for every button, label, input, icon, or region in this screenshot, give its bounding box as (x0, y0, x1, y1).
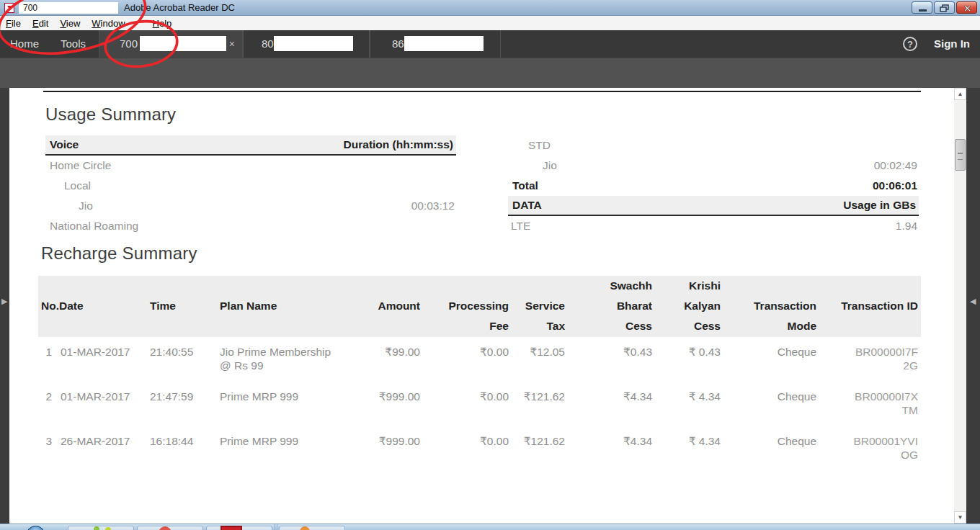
sign-in-button[interactable]: Sign In (934, 30, 970, 58)
left-pane-strip: ▶ (0, 88, 9, 524)
col-no: No. (38, 276, 58, 337)
redacted-doc-title: 700 (19, 2, 118, 14)
acrobat-app-icon (4, 3, 14, 13)
taskbar-app-icon (105, 527, 111, 530)
pdf-page: Usage Summary Voice Duration (hh:mm:ss) … (9, 88, 954, 524)
voice-usage-table: Voice Duration (hh:mm:ss) Home Circle Lo… (45, 135, 456, 236)
redacted-phone-number (404, 36, 484, 51)
data-table-header: DATA Usage in GBs (508, 196, 919, 216)
tab3-number-prefix: 86 (392, 30, 404, 58)
scrollbar-thumb[interactable] (955, 139, 966, 171)
col-amount: Amount (331, 276, 420, 337)
title-bar: 700 Adobe Acrobat Reader DC (0, 0, 980, 16)
right-pane-toggle-icon[interactable]: ◀ (970, 297, 976, 306)
table-row: 2 01-MAR-2017 21:47:59 Prime MRP 999 ₹99… (38, 382, 921, 426)
left-pane-toggle-icon[interactable]: ▶ (1, 297, 7, 306)
col-service-tax: Service Tax (509, 276, 565, 337)
taskbar-app-icon (94, 526, 99, 530)
tab2-number-prefix: 80 (262, 30, 274, 58)
voice-header-label: Voice (50, 138, 79, 151)
menu-file[interactable]: File (0, 17, 27, 30)
usage-gb-header-label: Usage in GBs (843, 199, 916, 212)
table-row: 1 01-MAR-2017 21:40:55 Jio Prime Members… (38, 337, 921, 382)
data-header-label: DATA (512, 199, 542, 212)
start-button[interactable] (26, 526, 45, 530)
duration-header-label: Duration (hh:mm:ss) (344, 138, 453, 151)
redacted-phone-number (274, 36, 353, 51)
toolbar: 1 / 4 145% ▼ (0, 58, 980, 88)
voice-table-header: Voice Duration (hh:mm:ss) (45, 135, 456, 156)
taskbar-button[interactable] (279, 526, 345, 530)
doc-number-prefix: 700 (23, 3, 37, 13)
tab-bar: Home Tools 700 × 80 86 ? Sign In (0, 30, 980, 58)
table-row: National Roaming (45, 216, 456, 236)
document-tab-2[interactable]: 80 (243, 30, 370, 58)
scroll-up-icon[interactable]: ▲ (954, 88, 966, 100)
taskbar-button[interactable] (68, 526, 134, 530)
page-top-rule (43, 91, 921, 92)
menu-view[interactable]: View (54, 17, 86, 30)
close-button[interactable] (956, 1, 977, 14)
minimize-button[interactable] (912, 1, 932, 14)
recharge-summary-title: Recharge Summary (41, 243, 197, 264)
menu-bar: File Edit View Window Help (0, 16, 980, 30)
col-date: Date (58, 276, 148, 337)
table-row: Jio 00:02:49 (508, 156, 919, 176)
table-row: STD (508, 135, 919, 156)
recharge-table-body: 1 01-MAR-2017 21:40:55 Jio Prime Members… (38, 337, 921, 471)
table-row: Jio 00:03:12 (45, 196, 456, 216)
table-row-total: Total 00:06:01 (508, 176, 919, 196)
acrobat-window: 700 Adobe Acrobat Reader DC File Edit Vi… (0, 0, 980, 530)
table-row: 3 26-MAR-2017 16:18:44 Prime MRP 999 ₹99… (38, 426, 921, 471)
menu-window[interactable]: Window (86, 17, 130, 30)
col-time: Time (148, 276, 216, 337)
tab1-close-icon[interactable]: × (229, 30, 235, 58)
tab-tools[interactable]: Tools (61, 30, 86, 58)
recharge-table-header: No. Date Time Plan Name Amount Processin… (38, 276, 921, 337)
col-transaction-id: Transaction ID (821, 276, 921, 337)
table-row: Home Circle (45, 156, 456, 176)
redacted-phone-number (140, 36, 226, 51)
table-row: Local (45, 176, 456, 196)
document-tab-1[interactable]: 700 × (99, 30, 243, 58)
col-krishi-kalyan-cess: Krishi Kalyan Cess (652, 276, 721, 337)
scroll-down-icon[interactable]: ▼ (954, 511, 966, 524)
taskbar-acrobat-icon (220, 526, 242, 530)
help-icon[interactable]: ? (903, 37, 917, 51)
windows-taskbar (0, 524, 980, 530)
app-title: Adobe Acrobat Reader DC (124, 2, 235, 13)
usage-summary-title: Usage Summary (45, 104, 176, 125)
right-pane-strip: ◀ (966, 88, 980, 524)
menu-help[interactable]: Help (147, 17, 178, 30)
tab1-number-prefix: 700 (120, 30, 138, 58)
col-transaction-mode: Transaction Mode (721, 276, 821, 337)
col-processing-fee: Processing Fee (420, 276, 509, 337)
col-plan-name: Plan Name (216, 276, 331, 337)
vertical-scrollbar[interactable]: ▲ ▼ (954, 88, 966, 524)
menu-edit[interactable]: Edit (27, 17, 54, 30)
table-row: LTE 1.94 (508, 216, 919, 236)
document-tab-3[interactable]: 86 (370, 30, 501, 58)
std-data-table: STD Jio 00:02:49 Total 00:06:01 DATA Usa… (508, 135, 919, 236)
restore-button[interactable] (934, 1, 955, 14)
tab-home[interactable]: Home (10, 30, 39, 58)
col-swachh-bharat-cess: Swachh Bharat Cess (565, 276, 652, 337)
